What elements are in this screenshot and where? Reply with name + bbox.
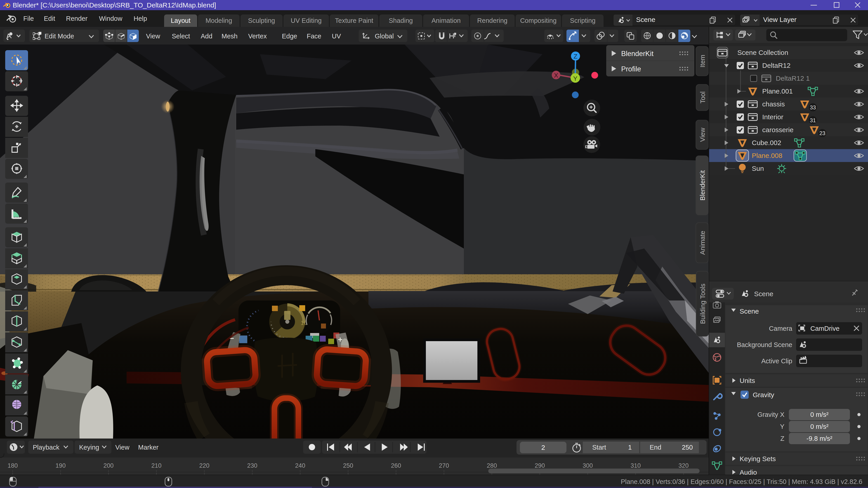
- svg-text:Background Scene: Background Scene: [737, 341, 792, 348]
- svg-text:220: 220: [199, 462, 209, 469]
- svg-text:Scene: Scene: [754, 290, 773, 297]
- svg-text:DeltaR12: DeltaR12: [762, 62, 790, 69]
- svg-text:X: X: [554, 72, 558, 79]
- svg-text:Interior: Interior: [762, 113, 783, 121]
- svg-text:240: 240: [295, 462, 305, 469]
- svg-text:BlenderKit: BlenderKit: [621, 50, 653, 58]
- svg-text:View: View: [115, 444, 129, 451]
- svg-text:0 m/s²: 0 m/s²: [810, 423, 829, 430]
- svg-text:Keying Sets: Keying Sets: [740, 455, 776, 462]
- svg-text:carosserie: carosserie: [762, 126, 794, 133]
- svg-text:Profile: Profile: [621, 65, 641, 73]
- svg-text:Plane.001: Plane.001: [762, 88, 793, 95]
- svg-text:280: 280: [487, 462, 497, 469]
- svg-text:Keying: Keying: [79, 444, 99, 451]
- svg-text:Plane.008 | Verts:0/36 | Edges: Plane.008 | Verts:0/36 | Edges:0/60 | Fa…: [621, 478, 862, 485]
- svg-text:Active Clip: Active Clip: [761, 357, 792, 365]
- svg-text:33: 33: [810, 104, 816, 110]
- svg-text:23: 23: [819, 130, 826, 136]
- svg-text:Y: Y: [573, 75, 578, 82]
- svg-text:Scene Collection: Scene Collection: [737, 49, 788, 56]
- svg-text:210: 210: [151, 462, 161, 469]
- svg-text:Scene: Scene: [740, 307, 759, 315]
- svg-text:Audio: Audio: [740, 468, 757, 475]
- svg-text:Z: Z: [574, 53, 577, 60]
- svg-text:250: 250: [682, 444, 693, 451]
- svg-text:Playback: Playback: [33, 444, 59, 451]
- svg-text:310: 310: [630, 462, 641, 469]
- svg-text:Plane.008: Plane.008: [752, 152, 782, 159]
- svg-text:180: 180: [7, 462, 18, 469]
- svg-text:Y: Y: [780, 423, 784, 430]
- svg-text:Z: Z: [780, 435, 784, 442]
- svg-text:Cube.002: Cube.002: [752, 139, 781, 147]
- svg-text:2: 2: [541, 444, 545, 451]
- svg-text:320: 320: [678, 462, 688, 469]
- svg-text:1: 1: [628, 444, 632, 451]
- svg-text:Camera: Camera: [769, 325, 793, 332]
- svg-text:End: End: [650, 444, 661, 451]
- svg-text:Gravity X: Gravity X: [757, 411, 784, 418]
- svg-text:300: 300: [583, 462, 593, 469]
- svg-text:Marker: Marker: [138, 444, 159, 451]
- svg-text:Start: Start: [592, 444, 606, 451]
- svg-text:260: 260: [391, 462, 401, 469]
- svg-text:0 m/s²: 0 m/s²: [810, 411, 829, 418]
- svg-text:DeltaR12 1: DeltaR12 1: [776, 74, 810, 82]
- svg-text:200: 200: [103, 462, 114, 469]
- svg-text:chassis: chassis: [762, 100, 785, 108]
- svg-text:Sun: Sun: [752, 165, 764, 172]
- svg-text:230: 230: [247, 462, 257, 469]
- svg-text:190: 190: [55, 462, 66, 469]
- svg-text:Gravity: Gravity: [753, 391, 774, 398]
- svg-text:31: 31: [810, 117, 816, 123]
- svg-text:290: 290: [535, 462, 545, 469]
- svg-text:250: 250: [343, 462, 353, 469]
- svg-text:CamDrive: CamDrive: [810, 325, 839, 332]
- svg-text:-9.8 m/s²: -9.8 m/s²: [807, 435, 833, 442]
- svg-text:270: 270: [439, 462, 449, 469]
- svg-text:Units: Units: [740, 377, 755, 384]
